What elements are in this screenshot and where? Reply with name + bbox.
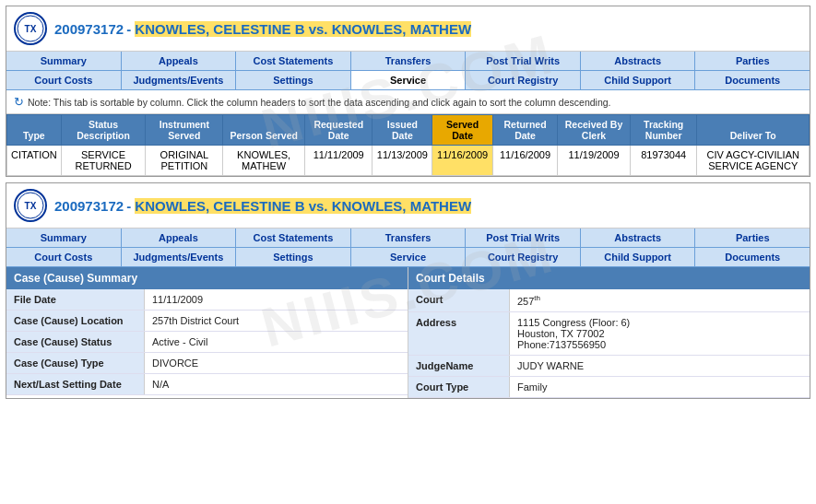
- col-instrument[interactable]: Instrument Served: [146, 115, 223, 146]
- court-label-address: Address: [408, 312, 510, 355]
- tab-child-support-2[interactable]: Child Support: [581, 248, 696, 266]
- case-title-2: 200973172 - KNOWLES, CELESTINE B vs. KNO…: [54, 198, 471, 214]
- col-deliver[interactable]: Deliver To: [697, 115, 810, 146]
- section-1: NIIIS.COM TX 200973172 - KNOWLES, CELEST…: [6, 6, 810, 177]
- court-details-panel: Court Details Court 257th Address 1115 C…: [408, 267, 810, 398]
- tab-summary-1[interactable]: Summary: [6, 52, 122, 70]
- note-text-1: Note: This tab is sortable by column. Cl…: [28, 97, 611, 108]
- col-served[interactable]: Served Date: [432, 115, 493, 146]
- section-2: NIIIS.COM TX 200973172 - KNOWLES, CELEST…: [6, 182, 810, 399]
- tab-abstracts-1[interactable]: Abstracts: [581, 52, 696, 70]
- tab-parties-1[interactable]: Parties: [695, 52, 810, 70]
- cell-deliver: CIV AGCY-CIVILIAN SERVICE AGENCY: [697, 146, 810, 176]
- court-label-judge: JudgeName: [408, 356, 510, 376]
- label-status: Case (Cause) Status: [6, 332, 145, 352]
- court-value-address: 1115 Congress (Floor: 6) Houston, TX 770…: [510, 312, 810, 355]
- case-header-1: TX 200973172 - KNOWLES, CELESTINE B vs. …: [6, 6, 810, 52]
- cell-status: SERVICE RETURNED: [61, 146, 146, 176]
- summary-row-location: Case (Cause) Location 257th District Cou…: [6, 311, 408, 332]
- case-summary-header: Case (Cause) Summary: [6, 267, 408, 289]
- cell-requested: 11/11/2009: [304, 146, 372, 176]
- col-type[interactable]: Type: [7, 115, 62, 146]
- col-tracking[interactable]: Tracking Number: [630, 115, 697, 146]
- cell-person: KNOWLES, MATHEW: [223, 146, 305, 176]
- note-bar-1: ↻ Note: This tab is sortable by column. …: [6, 90, 810, 114]
- cell-served: 11/16/2009: [432, 146, 493, 176]
- svg-text:TX: TX: [25, 201, 37, 211]
- tab-judgments-1[interactable]: Judgments/Events: [122, 71, 237, 89]
- tab-court-registry-2[interactable]: Court Registry: [466, 248, 581, 266]
- cell-type: CITATION: [7, 146, 62, 176]
- case-summary-panel: Case (Cause) Summary File Date 11/11/200…: [6, 267, 408, 398]
- summary-row-status: Case (Cause) Status Active - Civil: [6, 332, 408, 353]
- value-location: 257th District Court: [145, 311, 408, 331]
- tab-post-trial-writs-2[interactable]: Post Trial Writs: [466, 229, 581, 247]
- case-title-text-2: KNOWLES, CELESTINE B vs. KNOWLES, MATHEW: [135, 198, 471, 214]
- court-value-court-type: Family: [510, 377, 810, 397]
- cell-tracking: 81973044: [630, 146, 697, 176]
- tab-judgments-2[interactable]: Judgments/Events: [122, 248, 237, 266]
- texas-seal-1: TX: [14, 12, 47, 45]
- summary-row-type: Case (Cause) Type DIVORCE: [6, 353, 408, 374]
- service-table-container: Type Status Description Instrument Serve…: [6, 114, 810, 176]
- tabs-row2-section1: Court Costs Judgments/Events Settings Se…: [6, 71, 810, 90]
- refresh-icon-1[interactable]: ↻: [14, 95, 24, 109]
- court-row-judge: JudgeName JUDY WARNE: [408, 356, 810, 377]
- tab-appeals-1[interactable]: Appeals: [122, 52, 237, 70]
- tab-service-1[interactable]: Service: [351, 71, 467, 89]
- tab-child-support-1[interactable]: Child Support: [581, 71, 696, 89]
- col-received[interactable]: Received By Clerk: [558, 115, 631, 146]
- col-person[interactable]: Person Served: [223, 115, 305, 146]
- tab-summary-2[interactable]: Summary: [6, 229, 122, 247]
- tab-cost-statements-1[interactable]: Cost Statements: [236, 52, 351, 70]
- tab-documents-1[interactable]: Documents: [695, 71, 810, 89]
- tab-cost-statements-2[interactable]: Cost Statements: [236, 229, 351, 247]
- court-value-judge: JUDY WARNE: [510, 356, 810, 376]
- tab-transfers-1[interactable]: Transfers: [351, 52, 467, 70]
- value-file-date: 11/11/2009: [145, 289, 408, 310]
- tab-abstracts-2[interactable]: Abstracts: [581, 229, 696, 247]
- tab-court-costs-2[interactable]: Court Costs: [6, 248, 122, 266]
- cell-instrument: ORIGINAL PETITION: [146, 146, 223, 176]
- col-status[interactable]: Status Description: [61, 115, 146, 146]
- col-issued[interactable]: Issued Date: [373, 115, 432, 146]
- tab-post-trial-writs-1[interactable]: Post Trial Writs: [466, 52, 581, 70]
- tab-court-costs-1[interactable]: Court Costs: [6, 71, 122, 89]
- service-table: Type Status Description Instrument Serve…: [6, 114, 810, 176]
- cell-received: 11/19/2009: [558, 146, 631, 176]
- label-type: Case (Cause) Type: [6, 353, 145, 373]
- summary-row-setting: Next/Last Setting Date N/A: [6, 374, 408, 395]
- label-setting: Next/Last Setting Date: [6, 374, 145, 394]
- court-details-header: Court Details: [408, 267, 810, 289]
- label-location: Case (Cause) Location: [6, 311, 145, 331]
- texas-seal-2: TX: [14, 189, 47, 222]
- court-label-number: Court: [408, 289, 510, 311]
- tab-court-registry-1[interactable]: Court Registry: [466, 71, 581, 89]
- tab-transfers-2[interactable]: Transfers: [351, 229, 467, 247]
- value-setting: N/A: [145, 374, 408, 394]
- value-status: Active - Civil: [145, 332, 408, 352]
- svg-text:TX: TX: [25, 24, 37, 34]
- value-type: DIVORCE: [145, 353, 408, 373]
- tab-settings-1[interactable]: Settings: [236, 71, 351, 89]
- tab-service-2[interactable]: Service: [351, 248, 467, 266]
- col-returned[interactable]: Returned Date: [492, 115, 557, 146]
- case-number-1: 200973172: [54, 21, 124, 37]
- tabs-row1-section2: Summary Appeals Cost Statements Transfer…: [6, 229, 810, 248]
- tab-parties-2[interactable]: Parties: [695, 229, 810, 247]
- col-requested[interactable]: Requested Date: [304, 115, 372, 146]
- summary-body: Case (Cause) Summary File Date 11/11/200…: [6, 267, 810, 398]
- tab-appeals-2[interactable]: Appeals: [122, 229, 237, 247]
- cell-returned: 11/16/2009: [492, 146, 557, 176]
- tab-documents-2[interactable]: Documents: [695, 248, 810, 266]
- court-value-number: 257th: [510, 289, 810, 311]
- case-header-2: TX 200973172 - KNOWLES, CELESTINE B vs. …: [6, 183, 810, 229]
- court-row-number: Court 257th: [408, 289, 810, 312]
- court-label-court-type: Court Type: [408, 377, 510, 397]
- summary-row-file-date: File Date 11/11/2009: [6, 289, 408, 311]
- cell-issued: 11/13/2009: [373, 146, 432, 176]
- tab-settings-2[interactable]: Settings: [236, 248, 351, 266]
- tabs-row1-section1: Summary Appeals Cost Statements Transfer…: [6, 52, 810, 71]
- case-title-1: 200973172 - KNOWLES, CELESTINE B vs. KNO…: [54, 21, 471, 37]
- case-title-text-1: KNOWLES, CELESTINE B vs. KNOWLES, MATHEW: [135, 21, 471, 37]
